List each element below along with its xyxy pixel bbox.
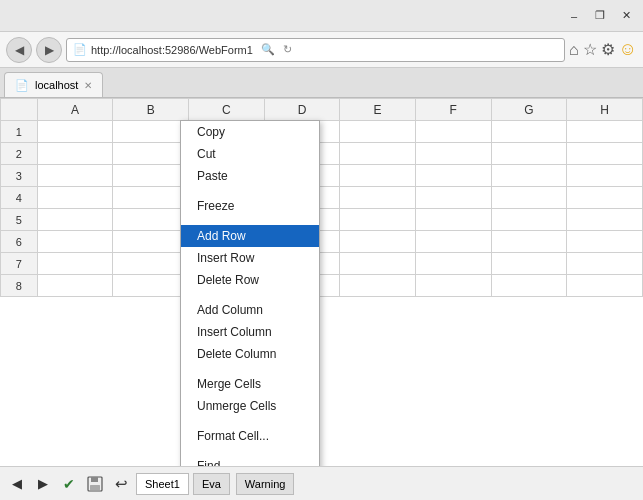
- back-button[interactable]: ◀: [6, 37, 32, 63]
- cell-g7[interactable]: [491, 253, 567, 275]
- col-header-c[interactable]: C: [188, 99, 264, 121]
- row-header-8: 8: [1, 275, 38, 297]
- col-header-f[interactable]: F: [415, 99, 491, 121]
- cell-a3[interactable]: [37, 165, 113, 187]
- menu-item-merge-cells[interactable]: Merge Cells: [181, 373, 319, 395]
- cell-e6[interactable]: [340, 231, 416, 253]
- menu-item-insert-row[interactable]: Insert Row: [181, 247, 319, 269]
- cell-g2[interactable]: [491, 143, 567, 165]
- menu-item-insert-column[interactable]: Insert Column: [181, 321, 319, 343]
- menu-item-unmerge-cells[interactable]: Unmerge Cells: [181, 395, 319, 417]
- cell-g4[interactable]: [491, 187, 567, 209]
- cell-f8[interactable]: [415, 275, 491, 297]
- menu-item-add-row[interactable]: Add Row: [181, 225, 319, 247]
- cell-h2[interactable]: [567, 143, 643, 165]
- cell-e8[interactable]: [340, 275, 416, 297]
- menu-item-format-cell[interactable]: Format Cell...: [181, 425, 319, 447]
- save-button[interactable]: [84, 473, 106, 495]
- cell-h7[interactable]: [567, 253, 643, 275]
- menu-item-paste[interactable]: Paste: [181, 165, 319, 187]
- cell-b4[interactable]: [113, 187, 189, 209]
- url-box[interactable]: 📄 http://localhost:52986/WebForm1 🔍 ↻: [66, 38, 565, 62]
- cell-b6[interactable]: [113, 231, 189, 253]
- smile-icon[interactable]: ☺: [619, 39, 637, 60]
- minimize-button[interactable]: –: [565, 7, 583, 25]
- cell-b7[interactable]: [113, 253, 189, 275]
- cell-b1[interactable]: [113, 121, 189, 143]
- gear-icon[interactable]: ⚙: [601, 40, 615, 59]
- col-header-g[interactable]: G: [491, 99, 567, 121]
- menu-item-cut[interactable]: Cut: [181, 143, 319, 165]
- cell-h1[interactable]: [567, 121, 643, 143]
- forward-button[interactable]: ▶: [36, 37, 62, 63]
- row-header-3: 3: [1, 165, 38, 187]
- cell-b3[interactable]: [113, 165, 189, 187]
- col-header-d[interactable]: D: [264, 99, 340, 121]
- table-row: 6: [1, 231, 643, 253]
- cell-h6[interactable]: [567, 231, 643, 253]
- col-header-e[interactable]: E: [340, 99, 416, 121]
- tab-close-button[interactable]: ✕: [84, 80, 92, 91]
- cell-a5[interactable]: [37, 209, 113, 231]
- menu-item-add-column[interactable]: Add Column: [181, 299, 319, 321]
- cell-a7[interactable]: [37, 253, 113, 275]
- tab-title: localhost: [35, 79, 78, 91]
- cell-f2[interactable]: [415, 143, 491, 165]
- cell-e5[interactable]: [340, 209, 416, 231]
- home-icon[interactable]: ⌂: [569, 41, 579, 59]
- eval-tab[interactable]: Eva: [193, 473, 230, 495]
- cell-h3[interactable]: [567, 165, 643, 187]
- cell-g1[interactable]: [491, 121, 567, 143]
- favicon-icon: 📄: [73, 43, 87, 56]
- menu-item-delete-column[interactable]: Delete Column: [181, 343, 319, 365]
- warning-tab[interactable]: Warning: [236, 473, 295, 495]
- cell-a6[interactable]: [37, 231, 113, 253]
- col-header-b[interactable]: B: [113, 99, 189, 121]
- table-row: 4: [1, 187, 643, 209]
- cell-e7[interactable]: [340, 253, 416, 275]
- cell-e1[interactable]: [340, 121, 416, 143]
- cell-f3[interactable]: [415, 165, 491, 187]
- menu-item-copy[interactable]: Copy: [181, 121, 319, 143]
- close-button[interactable]: ✕: [617, 7, 635, 25]
- cell-f4[interactable]: [415, 187, 491, 209]
- cell-a1[interactable]: [37, 121, 113, 143]
- col-header-a[interactable]: A: [37, 99, 113, 121]
- cell-g5[interactable]: [491, 209, 567, 231]
- table-row: 3: [1, 165, 643, 187]
- table-row: 5: [1, 209, 643, 231]
- refresh-icon[interactable]: ↻: [283, 43, 292, 56]
- cell-e2[interactable]: [340, 143, 416, 165]
- browser-tab[interactable]: 📄 localhost ✕: [4, 72, 103, 97]
- cell-a4[interactable]: [37, 187, 113, 209]
- cell-b8[interactable]: [113, 275, 189, 297]
- cell-h5[interactable]: [567, 209, 643, 231]
- cell-e4[interactable]: [340, 187, 416, 209]
- restore-button[interactable]: ❐: [591, 7, 609, 25]
- prev-sheet-button[interactable]: ◀: [6, 473, 28, 495]
- url-text: http://localhost:52986/WebForm1: [91, 44, 253, 56]
- cell-f7[interactable]: [415, 253, 491, 275]
- cell-g3[interactable]: [491, 165, 567, 187]
- col-header-h[interactable]: H: [567, 99, 643, 121]
- cell-b2[interactable]: [113, 143, 189, 165]
- confirm-button[interactable]: ✔: [58, 473, 80, 495]
- cell-e3[interactable]: [340, 165, 416, 187]
- cell-b5[interactable]: [113, 209, 189, 231]
- menu-item-freeze[interactable]: Freeze: [181, 195, 319, 217]
- cell-f5[interactable]: [415, 209, 491, 231]
- sheet1-tab[interactable]: Sheet1: [136, 473, 189, 495]
- cell-g8[interactable]: [491, 275, 567, 297]
- undo-button[interactable]: ↩: [110, 473, 132, 495]
- menu-item-find[interactable]: Find...: [181, 455, 319, 466]
- cell-h8[interactable]: [567, 275, 643, 297]
- menu-item-delete-row[interactable]: Delete Row: [181, 269, 319, 291]
- cell-h4[interactable]: [567, 187, 643, 209]
- cell-g6[interactable]: [491, 231, 567, 253]
- star-icon[interactable]: ☆: [583, 40, 597, 59]
- next-sheet-button[interactable]: ▶: [32, 473, 54, 495]
- cell-a2[interactable]: [37, 143, 113, 165]
- cell-f1[interactable]: [415, 121, 491, 143]
- cell-f6[interactable]: [415, 231, 491, 253]
- cell-a8[interactable]: [37, 275, 113, 297]
